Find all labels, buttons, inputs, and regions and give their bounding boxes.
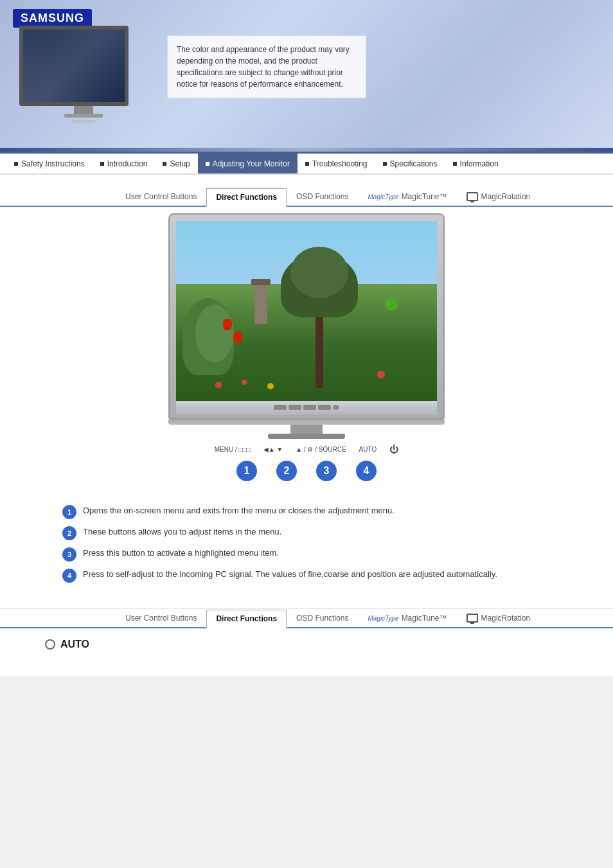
green-ball [385, 298, 398, 311]
monitor-model-text: SyncMaster [19, 119, 148, 123]
flower-red-2 [242, 380, 247, 385]
big-monitor [168, 213, 445, 439]
monitor-rotation-icon-2 [466, 614, 478, 623]
nav-tab-intro[interactable]: Introduction [93, 154, 155, 173]
flower-red-1 [215, 382, 222, 388]
sub-nav2-magicrotation[interactable]: MagicRotation [457, 609, 540, 627]
auto-circle-icon [45, 639, 55, 650]
label-brightness-text: ◀▲ ▼ [263, 446, 283, 453]
sub-nav2-magicrotation-label: MagicRotation [481, 614, 531, 623]
header-banner: SAMSUNG SyncMaster The color and appeara… [0, 0, 613, 148]
main-tree-trunk [315, 311, 323, 388]
monitor-screen [19, 26, 129, 106]
number-button-1: 1 [236, 461, 257, 481]
bullet-intro [100, 162, 104, 166]
sub-nav-magicrotation[interactable]: MagicRotation [457, 188, 540, 206]
nav-tab-intro-label: Introduction [107, 159, 148, 168]
nav-tab-trouble[interactable]: Troubleshooting [298, 154, 375, 173]
tree-left-2 [195, 305, 234, 362]
banner-text-box: The color and appearance of the product … [167, 35, 366, 98]
bullet-trouble [305, 162, 309, 166]
sub-nav2-osd[interactable]: OSD Functions [287, 609, 358, 627]
sub-nav-direct[interactable]: Direct Functions [206, 188, 287, 207]
number-button-4: 4 [356, 461, 377, 481]
bullet-info [453, 162, 457, 166]
nav-tab-safety[interactable]: Safety Instructions [6, 154, 93, 173]
label-brightness: ◀▲ ▼ [263, 446, 283, 453]
auto-label: AUTO [60, 639, 89, 650]
label-menu-text: MENU / □□□ [215, 446, 251, 453]
sub-nav-magictune-label: MagicTune™ [402, 192, 447, 201]
nav-tab-safety-label: Safety Instructions [21, 159, 85, 168]
desc-text-4: Press to self-adjust to the incoming PC … [83, 568, 497, 581]
sub-nav-user-control[interactable]: User Control Buttons [116, 188, 206, 206]
nav-tab-adjusting-label: Adjusting Your Monitor [213, 159, 290, 168]
magictune-logo-2: MagicType [368, 615, 398, 622]
sub-nav2-osd-label: OSD Functions [296, 614, 348, 623]
main-content: User Control Buttons Direct Functions OS… [0, 175, 613, 676]
power-symbol: ⏻ [389, 444, 398, 454]
sub-nav-magictune[interactable]: MagicType MagicTune™ [358, 188, 456, 206]
bullet-specs [383, 162, 387, 166]
desc-item-2: 2 These buttons allows you to adjust ite… [62, 526, 551, 540]
monitor-btn-auto [318, 405, 331, 410]
bullet-safety [14, 162, 18, 166]
desc-text-3: Press this button to activate a highligh… [83, 547, 279, 560]
sub-nav-user-control-label: User Control Buttons [125, 192, 197, 201]
monitor-btn-power [333, 405, 339, 410]
sub-nav-direct-label: Direct Functions [216, 193, 277, 202]
sub-nav2-direct-label: Direct Functions [216, 614, 277, 623]
lantern-2 [233, 332, 242, 343]
nav-tab-setup-label: Setup [170, 159, 190, 168]
nav-tab-adjusting[interactable]: Adjusting Your Monitor [198, 154, 298, 173]
main-tree-canopy-2 [290, 247, 348, 298]
big-monitor-screen [176, 221, 437, 401]
nav-tab-setup[interactable]: Setup [155, 154, 197, 173]
banner-text: The color and appearance of the product … [177, 45, 350, 89]
monitor-btn-menu [274, 405, 287, 410]
sub-nav2-user-control-label: User Control Buttons [125, 614, 197, 623]
monitor-base-feet [268, 434, 345, 439]
sub-nav-second: User Control Buttons Direct Functions OS… [0, 608, 613, 628]
monitor-frame-bottom [168, 420, 445, 425]
label-auto-text: AUTO [359, 446, 377, 453]
label-source: ▲ / ⚙ / SOURCE [296, 446, 346, 453]
number-button-2: 2 [276, 461, 297, 481]
sub-nav-osd[interactable]: OSD Functions [287, 188, 358, 206]
monitor-stand [74, 106, 93, 114]
desc-num-1: 1 [62, 505, 76, 519]
monitor-btn-brightness [289, 405, 301, 410]
label-auto: AUTO [359, 446, 377, 453]
big-monitor-frame [168, 213, 445, 420]
desc-item-1: 1 Opens the on-screen menu and exits fro… [62, 504, 551, 519]
nav-tab-info-label: Information [460, 159, 499, 168]
label-menu: MENU / □□□ [215, 446, 251, 453]
garden-background [176, 221, 437, 401]
desc-num-2: 2 [62, 526, 76, 540]
pagoda [254, 285, 267, 324]
nav-tab-trouble-label: Troubleshooting [312, 159, 368, 168]
desc-item-4: 4 Press to self-adjust to the incoming P… [62, 568, 551, 583]
monitor-buttons-bar [176, 405, 437, 410]
desc-text-2: These buttons allows you to adjust items… [83, 526, 281, 538]
desc-num-4: 4 [62, 569, 76, 583]
auto-section: AUTO [0, 639, 613, 669]
nav-tab-specs[interactable]: Specifications [375, 154, 445, 173]
monitor-base [64, 114, 103, 118]
magictune-logo: MagicType [368, 193, 398, 200]
monitor-product-image: SyncMaster [19, 26, 148, 125]
main-nav-tabs: Safety Instructions Introduction Setup A… [0, 152, 613, 175]
nav-tab-specs-label: Specifications [390, 159, 438, 168]
sub-nav2-user-control[interactable]: User Control Buttons [116, 609, 206, 627]
monitor-stand-neck [290, 425, 323, 434]
monitor-controls-labels: MENU / □□□ ◀▲ ▼ ▲ / ⚙ / SOURCE AUTO ⏻ [215, 444, 398, 454]
number-button-3: 3 [316, 461, 337, 481]
label-source-text: ▲ / ⚙ / SOURCE [296, 446, 346, 453]
bullet-setup [163, 162, 166, 166]
sub-nav2-magictune[interactable]: MagicType MagicTune™ [358, 609, 456, 627]
desc-num-3: 3 [62, 547, 76, 562]
sub-nav-first: User Control Buttons Direct Functions OS… [0, 188, 613, 207]
sub-nav2-direct[interactable]: Direct Functions [206, 610, 287, 628]
bullet-adjusting [206, 162, 209, 166]
nav-tab-info[interactable]: Information [445, 154, 506, 173]
